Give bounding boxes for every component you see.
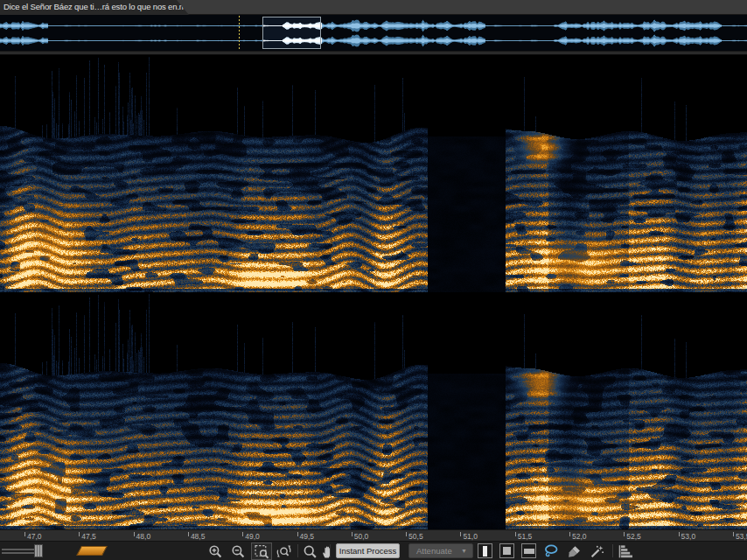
chevron-down-icon: ▼ bbox=[461, 548, 467, 554]
brush-icon bbox=[567, 544, 582, 559]
ruler-tick-label: 51,5 bbox=[518, 532, 533, 541]
ruler-tick-label: 53,0 bbox=[681, 532, 696, 541]
ruler-tick-label: 51,0 bbox=[463, 532, 478, 541]
file-tab[interactable]: Dice el Señor Báez que ti…rá esto lo que… bbox=[0, 0, 191, 15]
instant-process-button[interactable]: Instant Process bbox=[336, 543, 400, 558]
ruler-tick-label: 50,5 bbox=[408, 532, 423, 541]
zoom-in-icon bbox=[208, 544, 223, 559]
ruler-tick bbox=[624, 532, 625, 536]
magnifier-icon bbox=[303, 544, 318, 559]
frequency-selection-icon bbox=[524, 549, 534, 554]
ruler-tick bbox=[352, 532, 353, 536]
toolbar-separator bbox=[297, 544, 298, 557]
frequency-selection-tool[interactable] bbox=[521, 543, 536, 558]
zoom-out-icon bbox=[231, 544, 246, 559]
ruler-tick-label: 47,5 bbox=[81, 532, 96, 541]
time-selection-icon bbox=[483, 546, 487, 556]
lasso-tool-button[interactable] bbox=[542, 542, 560, 560]
ruler-tick bbox=[79, 532, 80, 536]
tab-bar: Dice el Señor Báez que ti…rá esto lo que… bbox=[0, 0, 747, 15]
toolbar-separator bbox=[330, 544, 331, 557]
ruler-tick-label: 52,5 bbox=[626, 532, 641, 541]
time-selection-tool[interactable] bbox=[478, 543, 492, 558]
ruler-tick bbox=[679, 532, 680, 536]
time-frequency-selection-tool[interactable] bbox=[499, 543, 514, 558]
attenuate-dropdown-label: Attenuate bbox=[416, 546, 452, 556]
magic-wand-icon bbox=[590, 544, 604, 559]
ruler-tick bbox=[515, 532, 516, 536]
time-frequency-selection-icon bbox=[503, 547, 511, 555]
brush-tool-button[interactable] bbox=[565, 542, 583, 560]
ruler-tick bbox=[134, 532, 135, 536]
ruler-tick bbox=[569, 532, 570, 536]
attenuation-levels-icon bbox=[618, 543, 633, 559]
ruler-tick-label: 48,5 bbox=[191, 532, 206, 541]
ruler-tick-label: 52,0 bbox=[572, 532, 587, 541]
find-button[interactable] bbox=[301, 542, 318, 560]
zoom-fit-button[interactable] bbox=[275, 542, 292, 560]
ruler-tick-label: 49,5 bbox=[300, 532, 315, 541]
hand-icon bbox=[320, 544, 335, 559]
ruler-tick bbox=[188, 532, 189, 536]
ruler-tick bbox=[242, 532, 243, 536]
ruler-tick-label: 50,0 bbox=[354, 532, 369, 541]
ruler-tick bbox=[24, 532, 25, 536]
spectrogram-channel-right[interactable] bbox=[0, 292, 747, 529]
toolbar: Instant Process Attenuate ▼ bbox=[0, 541, 747, 560]
overview-waveform[interactable] bbox=[0, 15, 747, 51]
ruler-tick-label: 53,5 bbox=[736, 532, 747, 541]
spectrogram-layer-icon[interactable] bbox=[76, 546, 108, 556]
ruler-tick bbox=[406, 532, 407, 536]
zoom-out-button[interactable] bbox=[229, 542, 247, 560]
spectrogram-channel-left[interactable] bbox=[0, 55, 747, 292]
ruler-tick-label: 47,0 bbox=[27, 532, 42, 541]
ruler-tick-label: 48,0 bbox=[136, 532, 151, 541]
app-window: Dice el Señor Báez que ti…rá esto lo que… bbox=[0, 0, 747, 560]
waveform-spectrogram-blend-slider[interactable] bbox=[2, 549, 34, 554]
hand-tool-button[interactable] bbox=[318, 542, 336, 560]
zoom-to-selection-icon bbox=[255, 544, 269, 559]
lasso-icon bbox=[543, 543, 559, 559]
zoom-to-selection-button[interactable] bbox=[251, 542, 272, 560]
zoom-fit-icon bbox=[276, 544, 291, 559]
ruler-tick bbox=[460, 532, 461, 536]
toolbar-separator bbox=[612, 544, 613, 557]
magic-wand-tool-button[interactable] bbox=[588, 542, 605, 560]
ruler-tick-label: 49,0 bbox=[245, 532, 260, 541]
attenuation-amount-button[interactable] bbox=[617, 542, 634, 560]
attenuate-dropdown[interactable]: Attenuate ▼ bbox=[408, 543, 473, 558]
timeline-ruler[interactable]: 47,047,548,048,549,049,550,050,551,051,5… bbox=[0, 529, 747, 541]
blend-slider-handle[interactable] bbox=[34, 544, 43, 557]
zoom-in-button[interactable] bbox=[206, 542, 224, 560]
ruler-tick bbox=[733, 532, 734, 536]
file-tab-title: Dice el Señor Báez que ti…rá esto lo que… bbox=[0, 0, 191, 14]
ruler-tick bbox=[297, 532, 298, 536]
